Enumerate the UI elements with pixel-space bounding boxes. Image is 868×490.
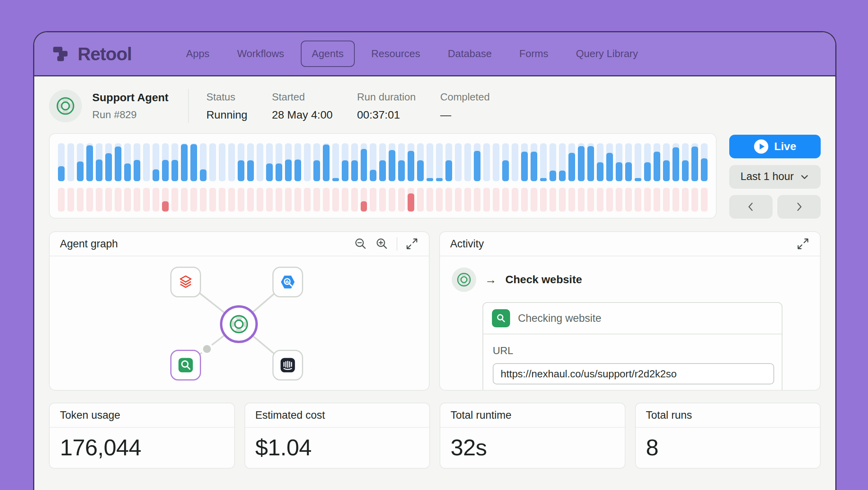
graph-node-intercom[interactable] [272,350,303,380]
timeline-error-bar[interactable] [86,188,93,212]
agent-graph-canvas[interactable] [50,256,429,391]
timeline-bar[interactable] [398,143,405,181]
timeline-error-bar[interactable] [134,188,140,212]
timeline-error-bar[interactable] [200,188,207,212]
timeline-bar[interactable] [445,143,452,181]
timeline-bar[interactable] [616,143,622,181]
timeline-error-bar[interactable] [219,188,225,212]
timeline-error-bar[interactable] [531,188,537,212]
timeline-bar[interactable] [672,143,679,181]
graph-node-bigquery[interactable] [272,267,303,297]
timeline-bar[interactable] [257,143,263,181]
timeline-bar[interactable] [323,143,330,181]
timeline-error-bar[interactable] [276,188,282,212]
timeline-bar[interactable] [540,143,547,181]
timeline-error-bar[interactable] [540,188,547,212]
timeline-error-bar[interactable] [455,188,462,212]
timeline-error-bar[interactable] [153,188,159,212]
timeline-bar[interactable] [67,143,74,181]
timeline-bar[interactable] [474,143,481,181]
timeline-error-bar[interactable] [502,188,509,212]
timeline-error-bar[interactable] [351,188,358,212]
timeline-error-bar[interactable] [228,188,235,212]
expand-activity-button[interactable] [796,237,810,251]
timeline-bar[interactable] [351,143,358,181]
timeline-error-bar[interactable] [266,188,273,212]
timeline-bar[interactable] [200,143,207,181]
timeline-error-bar[interactable] [361,188,367,212]
timeline-bar[interactable] [294,143,301,181]
timeline-bar[interactable] [464,143,471,181]
timeline-bar[interactable] [171,143,178,181]
timeline-error-bar[interactable] [332,188,339,212]
timeline-bar[interactable] [143,143,150,181]
timeline-bar[interactable] [304,143,311,181]
timeline-error-bar[interactable] [587,188,594,212]
timeline-bar[interactable] [483,143,490,181]
timeline-error-bar[interactable] [77,188,84,212]
timeline-error-bar[interactable] [398,188,405,212]
tool-call-header[interactable]: Checking website [483,303,782,334]
timeline-bar[interactable] [124,143,131,181]
timeline-bar[interactable] [247,143,254,181]
timeline-bar[interactable] [238,143,244,181]
zoom-out-button[interactable] [354,237,367,251]
timeline-error-bar[interactable] [427,188,433,212]
nav-item-agents[interactable]: Agents [301,41,355,67]
timeline-bar[interactable] [115,143,121,181]
timeline-bar[interactable] [408,143,414,181]
timeline-error-bar[interactable] [549,188,556,212]
nav-item-resources[interactable]: Resources [360,41,431,67]
timeline-error-bar[interactable] [663,188,670,212]
timeline-error-bar[interactable] [105,188,112,212]
timeline-error-bar[interactable] [616,188,622,212]
prev-button[interactable] [729,195,773,219]
retool-logo[interactable]: Retool [52,43,132,65]
live-button[interactable]: Live [729,135,821,158]
timeline-error-bar[interactable] [691,188,698,212]
timeline-bar[interactable] [663,143,670,181]
timeline-bar[interactable] [209,143,216,181]
timeline-error-bar[interactable] [701,188,708,212]
timeline-error-bar[interactable] [58,188,65,212]
timeline-bar[interactable] [682,143,689,181]
timeline-bar[interactable] [701,143,708,181]
timeline-error-bar[interactable] [247,188,254,212]
timeline-bar[interactable] [379,143,386,181]
timeline-error-bar[interactable] [181,188,188,212]
timeline-error-bar[interactable] [635,188,641,212]
nav-item-apps[interactable]: Apps [175,41,220,67]
timeline-bar[interactable] [86,143,93,181]
timeline-bar[interactable] [625,143,632,181]
graph-node-support-agent[interactable] [220,305,258,343]
timeline-error-bar[interactable] [238,188,244,212]
timeline-bar[interactable] [521,143,528,181]
timeline-error-bar[interactable] [436,188,443,212]
timeline-error-bar[interactable] [257,188,263,212]
timeline-error-bar[interactable] [379,188,386,212]
timeline-bar[interactable] [228,143,235,181]
timeline-bar[interactable] [635,143,641,181]
expand-graph-button[interactable] [405,237,419,251]
timeline-error-bar[interactable] [521,188,528,212]
timeline-bar[interactable] [493,143,499,181]
timeline-error-bar[interactable] [67,188,74,212]
timeline-error-bar[interactable] [162,188,169,212]
timeline-bar[interactable] [96,143,102,181]
timeline-bar[interactable] [313,143,320,181]
timeline-error-bar[interactable] [370,188,376,212]
timeline-error-bar[interactable] [654,188,660,212]
timeline-bar[interactable] [190,143,197,181]
graph-node-databricks[interactable] [170,267,201,297]
time-range-dropdown[interactable]: Last 1 hour [729,165,821,189]
timeline-error-bar[interactable] [568,188,575,212]
timeline-bar[interactable] [578,143,585,181]
timeline-error-bar[interactable] [512,188,518,212]
timeline-error-bar[interactable] [644,188,651,212]
timeline-bar[interactable] [568,143,575,181]
timeline-bar[interactable] [644,143,651,181]
timeline-bar[interactable] [58,143,65,181]
timeline-error-bar[interactable] [115,188,121,212]
timeline-bar[interactable] [597,143,604,181]
timeline-error-bar[interactable] [209,188,216,212]
